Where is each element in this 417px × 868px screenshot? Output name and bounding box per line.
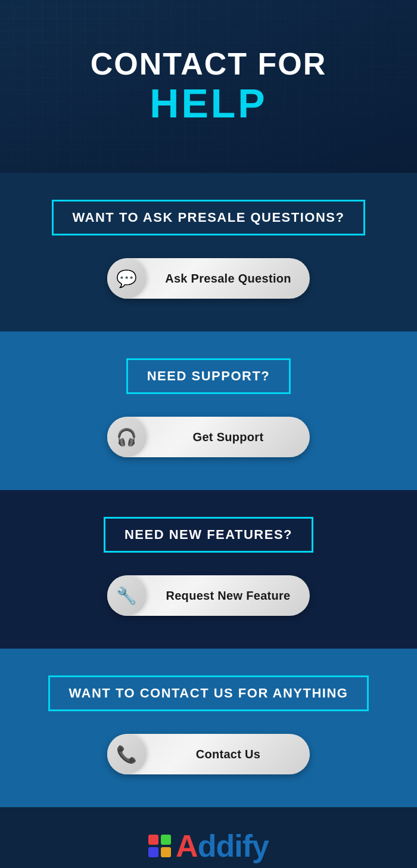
headset-icon: 🎧 (116, 427, 137, 447)
presale-section: WANT TO ASK PRESALE QUESTIONS? 💬 Ask Pre… (0, 173, 417, 331)
features-button-label: Request New Feature (147, 589, 310, 603)
phone-icon: 📞 (116, 745, 137, 764)
contact-heading-box: WANT TO CONTACT US FOR ANYTHING (48, 675, 369, 711)
hero-content: CONTACT FOR HELP (91, 47, 327, 126)
presale-button-label: Ask Presale Question (147, 272, 310, 286)
features-button[interactable]: 🔧 Request New Feature (107, 575, 310, 616)
logo-grid-red (148, 835, 158, 845)
logo-a-letter: A (176, 829, 198, 863)
logo: Addify (148, 830, 269, 861)
support-heading-text: NEED SUPPORT? (147, 368, 270, 383)
contact-button[interactable]: 📞 Contact Us (107, 734, 310, 774)
support-icon-wrap: 🎧 (107, 417, 147, 457)
hero-section: CONTACT FOR HELP (0, 0, 417, 173)
support-button-label: Get Support (147, 430, 310, 444)
support-heading-box: NEED SUPPORT? (126, 358, 291, 394)
logo-grid-green (161, 835, 171, 845)
logo-text: Addify (176, 830, 269, 861)
features-section: NEED NEW FEATURES? 🔧 Request New Feature (0, 490, 417, 649)
presale-heading-text: WANT TO ASK PRESALE QUESTIONS? (73, 210, 345, 225)
contact-button-label: Contact Us (147, 748, 310, 761)
support-button[interactable]: 🎧 Get Support (107, 417, 310, 457)
features-heading-box: NEED NEW FEATURES? (104, 517, 313, 553)
contact-heading-text: WANT TO CONTACT US FOR ANYTHING (69, 686, 348, 700)
presale-button[interactable]: 💬 Ask Presale Question (107, 258, 310, 299)
wrench-icon: 🔧 (116, 586, 137, 606)
logo-rest: ddify (198, 829, 269, 863)
logo-grid-blue (148, 847, 158, 857)
support-section: NEED SUPPORT? 🎧 Get Support (0, 331, 417, 490)
hero-title-accent: HELP (91, 81, 327, 126)
presale-heading-box: WANT TO ASK PRESALE QUESTIONS? (52, 200, 366, 235)
chat-question-icon: 💬 (116, 269, 137, 289)
presale-icon-wrap: 💬 (107, 258, 147, 299)
logo-grid-orange (161, 847, 171, 857)
logo-grid-icon (148, 835, 171, 857)
contact-icon-wrap: 📞 (107, 734, 147, 774)
footer: Addify (0, 807, 417, 868)
features-icon-wrap: 🔧 (107, 575, 147, 616)
contact-section: WANT TO CONTACT US FOR ANYTHING 📞 Contac… (0, 649, 417, 807)
features-heading-text: NEED NEW FEATURES? (125, 527, 292, 542)
hero-title-main: CONTACT FOR (91, 47, 327, 81)
